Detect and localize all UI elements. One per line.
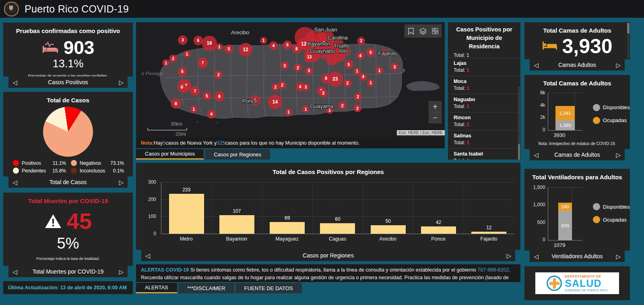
tab-casos-por-municipios[interactable]: Casos por Municipios <box>136 149 204 160</box>
category-label: Metro <box>161 236 211 242</box>
municipios-scrollbar[interactable] <box>518 87 520 160</box>
layers-icon[interactable] <box>417 25 429 37</box>
stack-segment[interactable]: 2,341 <box>555 106 575 120</box>
case-bubble-value: 7 <box>201 61 204 65</box>
legend-swatch <box>71 160 77 166</box>
municipio-row[interactable]: Santa IsabelTotal: 1 <box>448 148 520 160</box>
y-tick-label: 0 <box>543 237 545 243</box>
bar-cell[interactable]: 50 <box>363 182 413 234</box>
tab-fuente-de-datos[interactable]: FUENTE DE DATOS <box>235 283 302 293</box>
municipio-name: Salinas <box>454 133 520 139</box>
municipio-total-value: 1 <box>466 158 469 160</box>
bar[interactable] <box>371 225 406 234</box>
panel-scrollbar[interactable] <box>627 23 630 58</box>
municipio-total-value: 1 <box>466 85 469 91</box>
departamento-salud-logo: DEPARTAMENTO DE SALUD GOBIERNO DE PUERTO… <box>535 272 619 294</box>
case-bubble-value: 4 <box>359 54 361 58</box>
text-segment: Hay <box>154 140 163 146</box>
panel-camas-num: Total Camas de Adultos 3,930 ◁ Camas Adu… <box>524 22 630 71</box>
y-tick-label: 1,000 <box>533 202 545 207</box>
municipio-row[interactable]: NaguaboTotal: 1 <box>448 94 520 112</box>
case-bubble-value: 2 <box>217 73 220 77</box>
bar-cell[interactable]: 69 <box>262 182 313 234</box>
bar-value-label: 69 <box>285 215 290 221</box>
pager-prev-arrow[interactable]: ◁ <box>534 62 539 68</box>
y-tick-label: 0 <box>153 231 156 237</box>
camas-chart-pager: ◁ Camas de Adultos ▷ <box>530 149 625 160</box>
stack-segment[interactable]: 839 <box>558 211 572 240</box>
bar[interactable] <box>320 223 355 234</box>
municipios-list[interactable]: LajasTotal: 1MocaTotal: 1NaguaboTotal: 1… <box>448 58 520 160</box>
puerto-rico-seal-logo <box>4 2 19 17</box>
zoom-in-button[interactable]: + <box>429 102 441 112</box>
pager-prev-arrow[interactable]: ◁ <box>534 152 539 158</box>
pager-prev-arrow[interactable]: ◁ <box>12 79 17 85</box>
tab-casos-por-regiones[interactable]: Casos por Regiones <box>205 149 270 160</box>
stack-segment[interactable]: 1,589 <box>555 120 575 130</box>
pager-prev-arrow[interactable]: ◁ <box>145 253 150 259</box>
stacked-bar[interactable]: 2,3411,589 <box>555 106 575 130</box>
case-bubble-value: 1 <box>305 107 307 112</box>
bar[interactable] <box>270 222 305 234</box>
case-bubble-value: 2 <box>356 106 359 111</box>
text-segment[interactable]: 325 <box>217 140 225 146</box>
pager-prev-arrow[interactable]: ◁ <box>12 179 17 185</box>
bar-cell[interactable]: 12 <box>464 182 514 234</box>
case-bubble-value: 1 <box>287 110 290 114</box>
pager-prev-arrow[interactable]: ◁ <box>534 253 539 259</box>
stack-plot: 240839 <box>548 187 582 241</box>
pager-next-arrow[interactable]: ▷ <box>616 152 621 158</box>
basemap-grid-icon[interactable] <box>429 25 441 37</box>
text-segment[interactable]: 5 <box>163 140 165 146</box>
case-bubble-value: 3 <box>305 85 307 89</box>
stack-segment[interactable]: 240 <box>558 203 572 211</box>
tab-alertas[interactable]: ALERTAS <box>136 283 177 293</box>
panel-muertes: Total Muertes por COVID-19 45 5% Porcent… <box>3 193 133 277</box>
bar-value-label: 50 <box>386 218 391 224</box>
municipio-row[interactable]: LajasTotal: 1 <box>448 58 520 76</box>
bar[interactable] <box>169 194 204 234</box>
bar[interactable] <box>471 232 506 234</box>
text-segment[interactable]: ALERTAS COVID-19 <box>141 267 189 273</box>
case-cluster-bubble[interactable] <box>326 54 338 66</box>
bed-icon <box>542 41 558 52</box>
bar-cell[interactable]: 107 <box>212 182 262 234</box>
map-tab-bar: Casos por MunicipiosCasos por Regiones <box>136 149 270 160</box>
case-bubble-value: 2 <box>172 56 174 61</box>
municipio-total-value: 1 <box>466 140 469 145</box>
legend-label: Pendientes <box>22 168 46 174</box>
bar[interactable] <box>421 226 456 234</box>
pager-next-arrow[interactable]: ▷ <box>616 62 621 68</box>
zoom-out-button[interactable]: − <box>429 112 441 123</box>
text-segment[interactable]: 787-999-6202 <box>477 267 509 273</box>
pager-next-arrow[interactable]: ▷ <box>616 253 621 259</box>
case-bubble-value: 23 <box>332 76 338 82</box>
tab--disclaimer[interactable]: ***DISCLAIMER <box>178 283 234 293</box>
y-tick-label: 4k <box>540 102 545 108</box>
legend-label: Positivos <box>22 160 41 166</box>
map-panel[interactable]: 3616151214581217513221175217323823524514… <box>136 22 445 138</box>
municipio-row[interactable]: MocaTotal: 1 <box>448 76 520 94</box>
bar[interactable] <box>219 215 254 234</box>
municipio-name: Rincon <box>454 115 520 120</box>
legend-label: Ocupadas <box>603 117 627 123</box>
pager-next-arrow[interactable]: ▷ <box>119 79 124 85</box>
puerto-rico-map[interactable]: 3616151214581217513221175217323823524514… <box>136 22 445 138</box>
bar-cell[interactable]: 42 <box>413 182 464 234</box>
bar-cell[interactable]: 60 <box>313 182 363 234</box>
bar-cell[interactable]: 233 <box>161 182 212 234</box>
municipio-row[interactable]: SalinasTotal: 1 <box>448 130 520 148</box>
map-note: Nota: Hay 5 casos de Nueva York y 325 ca… <box>136 138 445 148</box>
pager-next-arrow[interactable]: ▷ <box>119 269 124 275</box>
stacked-bar[interactable]: 240839 <box>558 203 572 241</box>
case-bubble-value: 1 <box>356 69 358 73</box>
pager-next-arrow[interactable]: ▷ <box>119 179 124 185</box>
pruebas-value: 903 <box>64 38 95 57</box>
municipio-total: Total: 1 <box>454 85 520 91</box>
municipio-row[interactable]: RinconTotal: 1 <box>448 112 520 130</box>
y-tick-label: 6k <box>540 90 545 95</box>
bookmark-icon[interactable] <box>405 25 417 37</box>
legend-item: Ocupadas <box>593 117 630 124</box>
pager-next-arrow[interactable]: ▷ <box>506 253 511 259</box>
pager-prev-arrow[interactable]: ◁ <box>12 269 17 275</box>
